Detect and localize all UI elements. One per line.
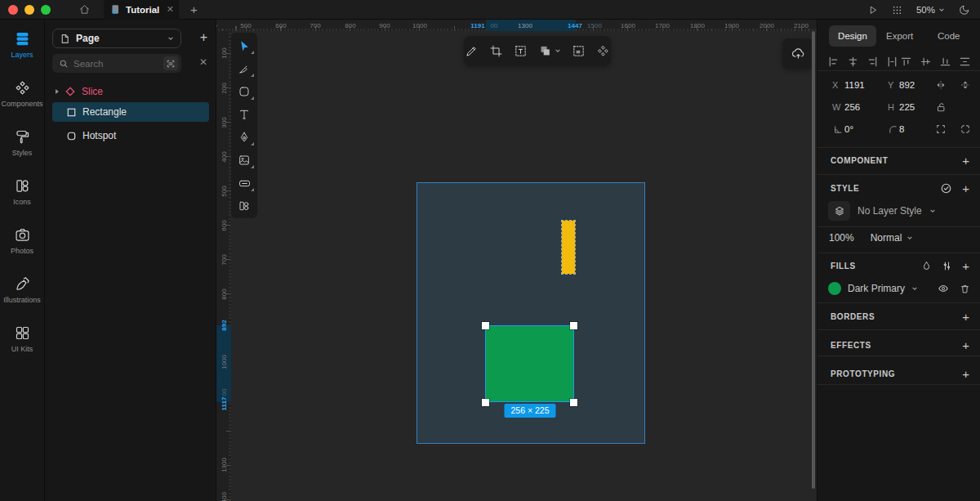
add-border-button[interactable]: +	[962, 311, 969, 323]
layer-style-value: No Layer Style	[858, 205, 922, 217]
chevron-down-icon	[911, 285, 918, 292]
yellow-rectangle-shape[interactable]	[562, 221, 575, 274]
preview-play-button[interactable]	[867, 5, 878, 16]
color-droplet-icon[interactable]	[921, 261, 932, 271]
distribute-horizontal-icon[interactable]	[886, 56, 898, 68]
shape-tool[interactable]	[231, 80, 257, 103]
align-center-vertical-icon[interactable]	[920, 56, 932, 68]
sidebar-item-styles[interactable]: Styles	[0, 128, 44, 177]
resize-handle-sw[interactable]	[482, 399, 489, 406]
rotation-value-field[interactable]: 0°	[844, 124, 888, 134]
search-input[interactable]: Search	[52, 54, 181, 73]
canvas[interactable]: 256 × 225	[231, 31, 817, 501]
corner-radius-field[interactable]: 8	[899, 124, 925, 134]
zoom-level-dropdown[interactable]: 50%	[916, 5, 945, 15]
components-button[interactable]	[596, 44, 610, 58]
button-tool[interactable]	[231, 172, 257, 195]
add-component-button[interactable]: +	[962, 154, 969, 167]
selected-green-rectangle[interactable]	[485, 325, 574, 402]
align-center-horizontal-icon[interactable]	[847, 56, 859, 68]
resize-handle-nw[interactable]	[482, 322, 489, 329]
pencil-tool-button[interactable]	[465, 44, 479, 58]
page-selector-dropdown[interactable]: Page	[52, 29, 181, 48]
add-fill-button[interactable]: +	[962, 260, 969, 272]
delete-fill-trash-icon[interactable]	[960, 284, 970, 294]
pen-tool[interactable]	[231, 126, 257, 149]
align-top-icon[interactable]	[900, 56, 912, 68]
align-right-icon[interactable]	[866, 56, 879, 68]
theme-moon-icon[interactable]	[959, 4, 970, 16]
sidebar-item-ui-kits[interactable]: UI Kits	[0, 324, 44, 374]
window-close-button[interactable]	[8, 5, 18, 15]
home-button[interactable]	[78, 3, 91, 16]
layer-row-rectangle[interactable]: Rectangle	[52, 102, 209, 122]
fill-color-name[interactable]: Dark Primary	[848, 283, 905, 294]
expand-caret-icon[interactable]	[56, 89, 59, 94]
new-tab-button[interactable]: +	[190, 2, 198, 16]
window-zoom-button[interactable]	[41, 5, 51, 15]
lock-aspect-ratio-icon[interactable]	[935, 101, 947, 113]
add-style-button[interactable]: +	[962, 182, 969, 195]
document-tab[interactable]: Tutorial ✕	[104, 0, 179, 20]
opacity-field[interactable]: 100%	[829, 232, 854, 244]
resize-handle-se[interactable]	[570, 399, 577, 406]
align-left-icon[interactable]	[827, 56, 840, 68]
x-value-field[interactable]: 1191	[844, 80, 888, 90]
text-frame-button[interactable]	[514, 44, 528, 58]
slice-tool-button[interactable]	[489, 44, 503, 58]
opacity-blend-row: 100% Normal	[829, 230, 971, 245]
ruler-tick-label: 700	[310, 22, 320, 29]
page-icon	[60, 34, 70, 44]
flip-vertical-icon[interactable]	[960, 79, 971, 91]
ruler-tick-label: 500	[240, 22, 251, 29]
fill-visibility-eye-icon[interactable]	[938, 283, 949, 294]
w-value-field[interactable]: 256	[844, 102, 888, 112]
knife-tool[interactable]	[231, 57, 257, 80]
h-value-field[interactable]: 225	[899, 102, 925, 112]
apply-style-check-icon[interactable]	[940, 182, 952, 195]
collapse-layers-icon[interactable]: ✕	[199, 56, 207, 68]
resize-mode-icon[interactable]	[960, 123, 971, 135]
fill-color-swatch[interactable]	[828, 282, 841, 295]
y-value-field[interactable]: 892	[899, 80, 925, 90]
text-tool[interactable]	[231, 103, 257, 126]
shapes-dropdown-button[interactable]	[538, 44, 561, 58]
ruler-tick-label: 200	[220, 83, 228, 93]
add-effect-button[interactable]: +	[962, 339, 969, 351]
sidebar-item-photos[interactable]: Photos	[0, 226, 44, 275]
select-tool[interactable]	[231, 34, 257, 57]
layer-row-hotspot[interactable]: Hotspot	[52, 126, 209, 145]
apps-grid-icon[interactable]	[892, 5, 902, 16]
flip-horizontal-icon[interactable]	[935, 79, 947, 91]
fill-settings-icon[interactable]	[942, 261, 952, 271]
sidebar-item-components[interactable]: Components	[0, 79, 44, 128]
corner-radius-icon	[888, 124, 899, 135]
tab-code[interactable]: Code	[938, 25, 960, 47]
sidebar-item-icons[interactable]: Icons	[0, 177, 44, 226]
tab-design[interactable]: Design	[829, 25, 876, 47]
image-frame-button[interactable]	[572, 44, 586, 58]
layer-style-dropdown[interactable]: No Layer Style	[828, 201, 970, 221]
layer-row-slice[interactable]: Slice	[52, 82, 209, 101]
tab-export[interactable]: Export	[886, 25, 913, 47]
add-prototype-button[interactable]: +	[962, 368, 969, 380]
window-minimize-button[interactable]	[24, 5, 34, 15]
constraints-icon[interactable]	[935, 123, 947, 135]
search-placeholder: Search	[74, 59, 158, 69]
sidebar-item-illustrations[interactable]: Illustrations	[0, 275, 44, 324]
blend-mode-dropdown[interactable]: Normal	[871, 232, 902, 244]
image-tool[interactable]	[231, 149, 257, 172]
tab-close-icon[interactable]: ✕	[167, 5, 174, 14]
icons8-tool[interactable]	[231, 195, 257, 217]
canvas-vertical-scrollbar[interactable]	[812, 31, 815, 489]
resize-handle-ne[interactable]	[570, 322, 577, 329]
chevron-down-icon	[167, 35, 174, 42]
align-bottom-icon[interactable]	[939, 56, 951, 68]
add-page-button[interactable]: +	[200, 31, 207, 44]
cloud-share-button[interactable]	[782, 38, 813, 69]
scan-layers-button[interactable]	[163, 56, 178, 70]
borders-section-header: BORDERS +	[817, 309, 980, 324]
sidebar-item-layers[interactable]: Layers	[0, 30, 44, 79]
ruler-tick-label: 1191	[470, 22, 484, 29]
distribute-vertical-icon[interactable]	[959, 56, 971, 68]
